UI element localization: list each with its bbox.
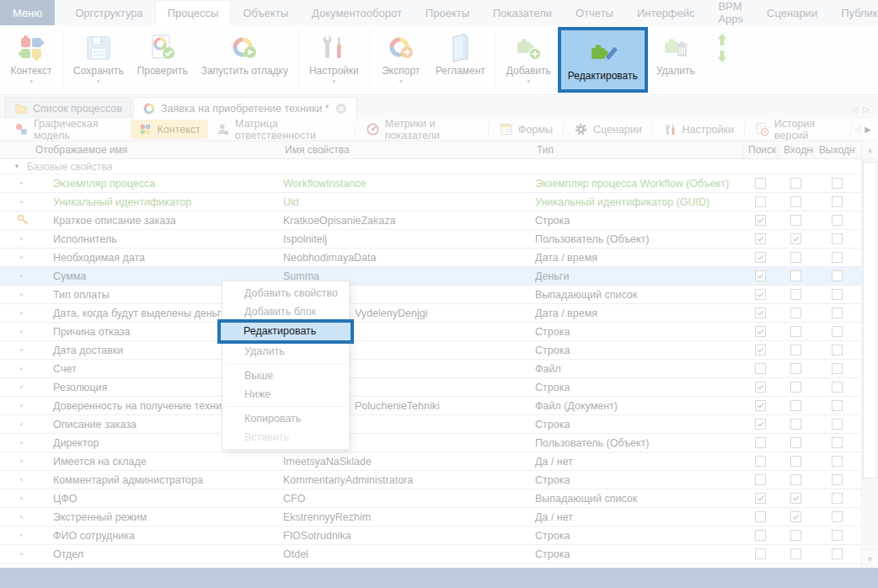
ribbon-button-move-arrows[interactable] (704, 27, 741, 93)
outgoing-checkbox[interactable] (832, 215, 843, 226)
topnav-item-5[interactable]: Показатели (481, 0, 564, 25)
collapse-triangle-icon[interactable]: ▼ (13, 163, 20, 170)
topnav-item-3[interactable]: Документооборот (300, 0, 414, 25)
context-menu-item-1[interactable]: Добавить блок (222, 302, 349, 321)
outgoing-checkbox[interactable] (832, 474, 843, 485)
table-row[interactable]: Необходимая датаNeobhodimayaDataДата / в… (0, 249, 861, 267)
search-checkbox[interactable] (755, 511, 766, 522)
incoming-checkbox[interactable] (790, 474, 801, 485)
ribbon-button-export[interactable]: Экспорт▾ (373, 27, 429, 93)
outgoing-checkbox[interactable] (832, 289, 843, 300)
incoming-checkbox[interactable] (790, 307, 801, 318)
table-row[interactable]: ДиректорDirektorПользователь (Объект) (0, 434, 861, 452)
incoming-checkbox[interactable] (790, 530, 801, 541)
table-row[interactable]: СчетФайл (0, 360, 861, 378)
column-header-incoming[interactable]: Входно (778, 142, 813, 158)
outgoing-checkbox[interactable] (832, 493, 843, 504)
context-menu-item-2[interactable]: Редактировать (217, 319, 354, 344)
outgoing-checkbox[interactable] (832, 178, 843, 189)
group-row-base-properties[interactable]: ▼ Базовые свойства (0, 159, 861, 174)
incoming-checkbox[interactable] (790, 252, 801, 263)
tab-scroll-right-icon[interactable]: ▷ (863, 104, 870, 114)
table-row[interactable]: Причина отказаСтрока (0, 323, 861, 341)
context-menu-item-6[interactable]: Копировать (222, 409, 349, 428)
search-checkbox[interactable] (755, 456, 766, 467)
search-checkbox[interactable] (755, 252, 766, 263)
ribbon-button-puzzle-delete[interactable]: Удалить (648, 27, 704, 93)
incoming-checkbox[interactable] (790, 178, 801, 189)
ribbon-button-floppy[interactable]: Сохранить▾ (67, 27, 131, 93)
view-tab-gear[interactable]: Сценарии (566, 120, 650, 139)
table-row[interactable]: Имеется на складеImeetsyaNaSkladeДа / не… (0, 452, 861, 471)
incoming-checkbox[interactable] (790, 196, 801, 207)
table-row[interactable]: Дата, когда будут выделены деньгиVydelen… (0, 304, 861, 323)
table-row[interactable]: Уникальный идентификаторUidУникальный ид… (0, 193, 861, 211)
search-checkbox[interactable] (755, 215, 766, 226)
search-checkbox[interactable] (755, 419, 766, 430)
search-checkbox[interactable] (755, 437, 766, 448)
outgoing-checkbox[interactable] (832, 252, 843, 263)
column-header-search[interactable]: Поиск (742, 142, 778, 158)
incoming-checkbox[interactable] (790, 215, 801, 226)
tab-scroll-left-icon[interactable]: ◁ (852, 104, 859, 114)
view-tab-history[interactable]: История версий (747, 115, 849, 144)
scroll-up-icon[interactable]: ▲ (862, 141, 878, 159)
column-header-name[interactable]: Отображаемое имя (34, 142, 283, 158)
table-row[interactable]: ИсполнительIspolniteljПользователь (Объе… (0, 230, 861, 249)
outgoing-checkbox[interactable] (832, 326, 843, 337)
ribbon-button-debug-run[interactable]: Запустить отладку (195, 27, 295, 93)
view-tab-form[interactable]: Формы (491, 120, 560, 139)
topnav-item-1[interactable]: Процессы (155, 0, 232, 25)
tab-close-icon[interactable] (335, 102, 348, 115)
table-row[interactable]: Комментарий администратораKommentariyAdm… (0, 471, 861, 489)
vertical-scrollbar[interactable]: ▲ ▼ (861, 141, 878, 568)
incoming-checkbox[interactable] (790, 511, 801, 522)
ribbon-button-puzzle-edit[interactable]: Редактировать (558, 27, 648, 93)
outgoing-checkbox[interactable] (832, 530, 843, 541)
column-header-type[interactable]: Тип (535, 142, 742, 158)
search-checkbox[interactable] (755, 345, 766, 355)
topnav-item-0[interactable]: Оргструктура (63, 0, 155, 25)
topnav-item-6[interactable]: Отчеты (564, 0, 625, 25)
incoming-checkbox[interactable] (790, 400, 801, 411)
search-checkbox[interactable] (755, 233, 766, 244)
outgoing-checkbox[interactable] (832, 307, 843, 318)
scrollbar-thumb[interactable] (863, 162, 877, 478)
outgoing-checkbox[interactable] (832, 270, 843, 281)
outgoing-checkbox[interactable] (832, 382, 843, 393)
table-row[interactable]: Экстренный режимEkstrennyyRezhimДа / нет (0, 508, 861, 527)
table-row[interactable]: Дата доставкиСтрока (0, 341, 861, 360)
view-tab-wrench[interactable]: Настройки (656, 120, 741, 139)
table-row[interactable]: ФИО сотрудникаFIOSotrudnikaСтрока (0, 527, 861, 545)
outgoing-checkbox[interactable] (832, 233, 843, 244)
context-menu-item-5[interactable]: Ниже (222, 385, 349, 404)
search-checkbox[interactable] (755, 289, 766, 300)
table-row[interactable]: СуммаSummaДеньги (0, 267, 861, 286)
table-row[interactable]: РезолюцияСтрока (0, 378, 861, 397)
topnav-item-9[interactable]: Сценарии (755, 0, 829, 25)
incoming-checkbox[interactable] (790, 289, 801, 300)
ribbon-button-puzzle-color[interactable]: Контекст▾ (3, 27, 59, 93)
outgoing-checkbox[interactable] (832, 456, 843, 467)
view-scroll-right-icon[interactable]: ▶ (865, 125, 871, 134)
context-menu-item-4[interactable]: Выше (222, 366, 349, 385)
search-checkbox[interactable] (755, 548, 766, 559)
context-menu-item-0[interactable]: Добавить свойство (222, 284, 349, 302)
search-checkbox[interactable] (755, 493, 766, 504)
search-checkbox[interactable] (755, 382, 766, 393)
search-checkbox[interactable] (755, 474, 766, 485)
topnav-item-8[interactable]: BPM Apps (706, 0, 755, 25)
context-menu-item-3[interactable]: Удалить (222, 342, 349, 361)
outgoing-checkbox[interactable] (832, 548, 843, 559)
outgoing-checkbox[interactable] (832, 363, 843, 374)
incoming-checkbox[interactable] (790, 382, 801, 393)
search-checkbox[interactable] (755, 530, 766, 541)
incoming-checkbox[interactable] (790, 456, 801, 467)
incoming-checkbox[interactable] (790, 326, 801, 337)
incoming-checkbox[interactable] (790, 419, 801, 430)
view-scroll-left-icon[interactable]: ◁ (854, 125, 861, 134)
search-checkbox[interactable] (755, 400, 766, 411)
table-row[interactable]: Краткое описание заказаKratkoeOpisanieZa… (0, 211, 861, 230)
view-tab-person[interactable]: Матрица ответственности (208, 115, 352, 144)
column-header-outgoing[interactable]: Выходн (813, 142, 861, 158)
